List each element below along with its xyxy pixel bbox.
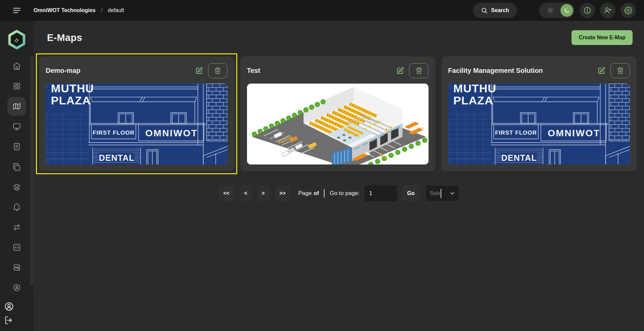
breadcrumb: OmniWOT Technologies / default	[34, 7, 124, 14]
blueprint-preview	[46, 84, 228, 164]
server-icon	[12, 263, 21, 272]
sidebar-item-home[interactable]	[7, 57, 26, 76]
of-word: of	[313, 190, 319, 196]
logout-icon	[4, 316, 13, 325]
emap-card-test[interactable]: Test	[240, 56, 436, 171]
gear-icon	[624, 6, 632, 14]
delete-button[interactable]	[208, 63, 228, 78]
pagination-first-button[interactable]: <<	[218, 185, 235, 201]
sidebar-scrollbar-thumb[interactable]	[30, 55, 34, 286]
breadcrumb-separator: /	[101, 7, 103, 14]
trash-icon	[214, 67, 221, 74]
search-icon	[481, 7, 488, 14]
pagination-prev-button[interactable]: <	[240, 185, 252, 201]
sidebar-footer	[0, 296, 34, 331]
account-icon	[4, 301, 14, 312]
menu-icon	[12, 6, 21, 15]
moon-icon	[563, 7, 570, 14]
card-header: Facility Management Solution	[448, 63, 630, 78]
emap-card-demo-map[interactable]: Demo-map	[39, 56, 234, 171]
select-placeholder: Sele	[430, 190, 440, 196]
edit-icon	[597, 67, 605, 75]
goto-page-label: Go to page:	[330, 190, 359, 197]
sidebar-item-dashboard[interactable]	[7, 77, 26, 96]
sun-icon	[547, 7, 554, 14]
card-title: Facility Management Solution	[448, 67, 543, 75]
settings-button[interactable]	[621, 3, 636, 18]
create-emap-button[interactable]: Create New E-Map	[572, 30, 633, 45]
edit-icon	[396, 67, 404, 75]
pagination-divider	[324, 189, 325, 198]
home-icon	[12, 62, 21, 70]
menu-button[interactable]	[0, 6, 34, 15]
edit-button[interactable]	[395, 66, 405, 76]
card-title: Demo-map	[46, 67, 80, 75]
add-user-button[interactable]	[600, 3, 615, 18]
blueprint-preview	[448, 84, 630, 164]
sidebar	[0, 21, 34, 331]
card-actions	[395, 63, 429, 78]
page-of-text: Pageof	[298, 190, 319, 197]
page-header: E-Maps Create New E-Map	[34, 21, 644, 55]
info-button[interactable]	[580, 3, 595, 18]
edit-button[interactable]	[194, 66, 204, 76]
account-button[interactable]	[4, 301, 14, 312]
logo-hexagon-icon	[7, 30, 27, 50]
card-actions	[194, 63, 228, 78]
code-icon	[12, 243, 21, 252]
sidebar-item-notifications[interactable]	[7, 198, 26, 217]
emap-card-grid: Demo-map Test	[34, 55, 644, 171]
user-add-icon	[604, 6, 612, 14]
logout-button[interactable]	[4, 316, 13, 325]
sidebar-item-layers[interactable]	[7, 178, 26, 196]
page-size-select[interactable]: Sele	[426, 185, 459, 201]
edit-icon	[195, 67, 203, 75]
sidebar-item-transfers[interactable]	[7, 218, 26, 237]
sidebar-item-emaps[interactable]	[7, 97, 26, 116]
layers-icon	[12, 183, 21, 191]
sidebar-item-monitoring[interactable]	[7, 117, 26, 136]
delete-button[interactable]	[610, 63, 630, 78]
dark-mode-button[interactable]	[560, 4, 573, 17]
light-mode-button[interactable]	[540, 7, 560, 14]
topbar-actions: Search	[473, 3, 644, 18]
pagination: << < > >> Pageof Go to page: Go Sele	[34, 185, 644, 201]
card-actions	[597, 63, 630, 78]
pagination-last-button[interactable]: >>	[275, 185, 291, 201]
shield-user-icon	[12, 283, 21, 292]
topbar: OmniWOT Technologies / default Search	[0, 0, 644, 21]
delete-button[interactable]	[409, 63, 429, 78]
trash-icon	[617, 67, 624, 74]
edit-button[interactable]	[597, 66, 606, 76]
app-logo	[7, 30, 27, 50]
pagination-next-button[interactable]: >	[257, 185, 269, 201]
theme-toggle[interactable]	[539, 3, 575, 18]
breadcrumb-org[interactable]: OmniWOT Technologies	[34, 7, 96, 13]
goto-page-input[interactable]	[364, 185, 397, 201]
text-cursor	[441, 189, 441, 198]
map-icon	[12, 102, 21, 111]
document-icon	[12, 142, 21, 151]
page-word: Page	[298, 190, 312, 196]
search-label: Search	[491, 7, 509, 13]
page-title: E-Maps	[47, 32, 82, 43]
info-icon	[583, 6, 591, 14]
monitor-icon	[12, 122, 21, 131]
card-title: Test	[247, 67, 260, 75]
sidebar-item-copies[interactable]	[7, 157, 26, 176]
warehouse-preview	[247, 84, 429, 164]
search-button[interactable]: Search	[473, 3, 517, 18]
card-header: Demo-map	[46, 63, 228, 78]
sidebar-item-documents[interactable]	[7, 137, 26, 156]
sidebar-item-servers[interactable]	[7, 258, 26, 277]
emap-card-facility-management[interactable]: Facility Management Solution	[441, 56, 637, 171]
card-header: Test	[247, 63, 429, 78]
sidebar-item-code[interactable]	[7, 238, 26, 257]
main-content: E-Maps Create New E-Map Demo-map Test	[34, 21, 644, 201]
grid-icon	[12, 82, 21, 91]
swap-arrows-icon	[12, 223, 21, 232]
go-button[interactable]: Go	[402, 185, 419, 201]
bell-icon	[12, 203, 21, 211]
sidebar-item-security[interactable]	[7, 278, 26, 297]
breadcrumb-project[interactable]: default	[108, 7, 124, 13]
